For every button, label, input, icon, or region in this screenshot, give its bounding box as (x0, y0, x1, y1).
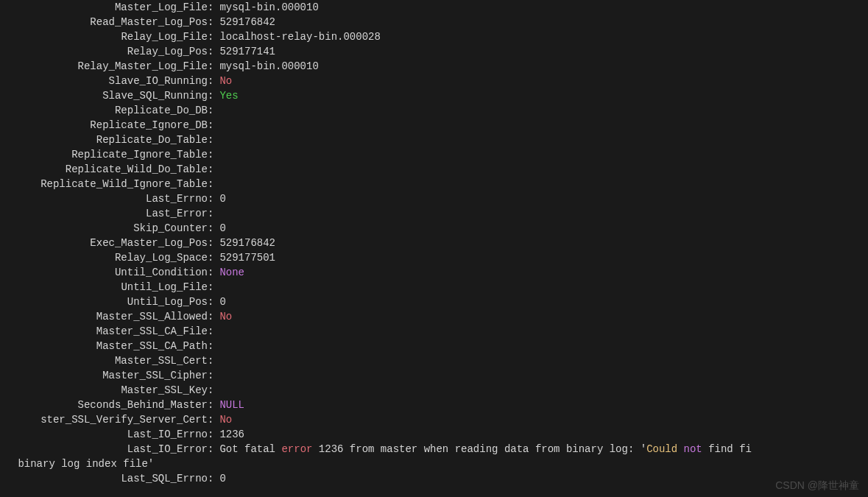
status-value: No (214, 74, 232, 88)
status-row: Replicate_Ignore_DB: (0, 118, 868, 133)
status-value (214, 118, 219, 133)
status-value (214, 383, 219, 398)
status-value (214, 133, 219, 147)
status-label: Relay_Log_File (0, 29, 208, 44)
status-row: Until_Condition:None (0, 265, 868, 280)
status-value: 1236 (214, 427, 244, 442)
status-label: Last_IO_Errno (0, 427, 208, 442)
status-label: Last_IO_Error (0, 442, 208, 457)
watermark-text: CSDN @降世神童 (775, 479, 859, 493)
status-label: Replicate_Wild_Do_Table (0, 162, 208, 177)
status-row: Master_SSL_Key: (0, 383, 868, 398)
status-value: None (214, 265, 244, 280)
status-row: Relay_Log_File:localhost-relay-bin.00002… (0, 29, 868, 44)
status-label: Last_SQL_Errno (0, 471, 208, 486)
status-value: 0 (214, 191, 225, 206)
status-value (214, 353, 219, 368)
status-row: Skip_Counter:0 (0, 221, 868, 236)
status-row: Master_SSL_Cert: (0, 353, 868, 368)
status-label: Master_SSL_CA_Path (0, 339, 208, 353)
status-row: Master_SSL_Allowed:No (0, 309, 868, 324)
status-label: Replicate_Ignore_Table (0, 147, 208, 162)
terminal-output: Master_Log_File:mysql-bin.000010Read_Mas… (0, 0, 868, 486)
status-row-last-sql-errno: Last_SQL_Errno:0 (0, 471, 868, 486)
status-row: Master_SSL_CA_Path: (0, 339, 868, 353)
status-label: Master_SSL_CA_File (0, 324, 208, 339)
status-value: No (214, 412, 232, 427)
status-row: Read_Master_Log_Pos:529176842 (0, 15, 868, 29)
status-value: mysql-bin.000010 (214, 59, 318, 74)
status-value: 529176842 (214, 236, 275, 250)
status-value: localhost-relay-bin.000028 (214, 29, 380, 44)
status-label: Slave_SQL_Running (0, 88, 208, 103)
status-value: 0 (214, 471, 225, 486)
status-value (214, 162, 219, 177)
status-value: 529177501 (214, 250, 275, 265)
status-row: Replicate_Wild_Do_Table: (0, 162, 868, 177)
status-label: Exec_Master_Log_Pos (0, 236, 208, 250)
status-value (214, 177, 219, 191)
status-label: Replicate_Wild_Ignore_Table (0, 177, 208, 191)
status-label: Master_SSL_Cert (0, 353, 208, 368)
status-row: Master_Log_File:mysql-bin.000010 (0, 0, 868, 15)
status-label: Relay_Log_Pos (0, 44, 208, 59)
status-row: Master_SSL_Cipher: (0, 368, 868, 383)
status-value (214, 280, 219, 295)
status-label: Until_Condition (0, 265, 208, 280)
status-row: Seconds_Behind_Master:NULL (0, 398, 868, 412)
status-label: Skip_Counter (0, 221, 208, 236)
status-row: Relay_Master_Log_File:mysql-bin.000010 (0, 59, 868, 74)
status-value (214, 147, 219, 162)
status-value: 0 (214, 221, 225, 236)
status-row: Relay_Log_Pos:529177141 (0, 44, 868, 59)
status-label: Until_Log_File (0, 280, 208, 295)
status-label: Master_SSL_Key (0, 383, 208, 398)
status-label: Replicate_Do_DB (0, 103, 208, 118)
status-row: Until_Log_File: (0, 280, 868, 295)
status-value (214, 103, 219, 118)
status-label: Master_SSL_Cipher (0, 368, 208, 383)
status-value (214, 339, 219, 353)
status-row: Replicate_Wild_Ignore_Table: (0, 177, 868, 191)
status-row: Replicate_Do_DB: (0, 103, 868, 118)
status-row: Master_SSL_CA_File: (0, 324, 868, 339)
status-label: Replicate_Ignore_DB (0, 118, 208, 133)
status-value: No (214, 309, 232, 324)
status-value: 0 (214, 295, 225, 309)
status-value: Got fatal error 1236 from master when re… (214, 442, 752, 457)
status-label: Last_Error (0, 206, 208, 221)
status-row: Last_Errno:0 (0, 191, 868, 206)
status-value (214, 206, 219, 221)
status-label: Slave_IO_Running (0, 74, 208, 88)
status-row: Relay_Log_Space:529177501 (0, 250, 868, 265)
status-value (214, 324, 219, 339)
status-row: Slave_SQL_Running:Yes (0, 88, 868, 103)
status-row: Until_Log_Pos:0 (0, 295, 868, 309)
status-value (214, 368, 219, 383)
status-label: Replicate_Do_Table (0, 133, 208, 147)
status-label: Last_Errno (0, 191, 208, 206)
status-label: ster_SSL_Verify_Server_Cert (0, 412, 208, 427)
status-label: Read_Master_Log_Pos (0, 15, 208, 29)
status-row: Replicate_Do_Table: (0, 133, 868, 147)
status-value: 529176842 (214, 15, 275, 29)
status-label: Relay_Log_Space (0, 250, 208, 265)
status-value: mysql-bin.000010 (214, 0, 318, 15)
status-row: Slave_IO_Running:No (0, 74, 868, 88)
status-label: Relay_Master_Log_File (0, 59, 208, 74)
status-row: Last_IO_Errno:1236 (0, 427, 868, 442)
status-label: Until_Log_Pos (0, 295, 208, 309)
status-row-continuation: binary log index file' (0, 457, 868, 471)
status-row: Replicate_Ignore_Table: (0, 147, 868, 162)
status-value: Yes (214, 88, 238, 103)
status-label: Master_SSL_Allowed (0, 309, 208, 324)
status-row: Last_Error: (0, 206, 868, 221)
status-label: Master_Log_File (0, 0, 208, 15)
status-row: ster_SSL_Verify_Server_Cert:No (0, 412, 868, 427)
status-label: Seconds_Behind_Master (0, 398, 208, 412)
status-value: 529177141 (214, 44, 275, 59)
status-row-last-io-error: Last_IO_Error:Got fatal error 1236 from … (0, 442, 868, 457)
status-value: NULL (214, 398, 244, 412)
status-row: Exec_Master_Log_Pos:529176842 (0, 236, 868, 250)
